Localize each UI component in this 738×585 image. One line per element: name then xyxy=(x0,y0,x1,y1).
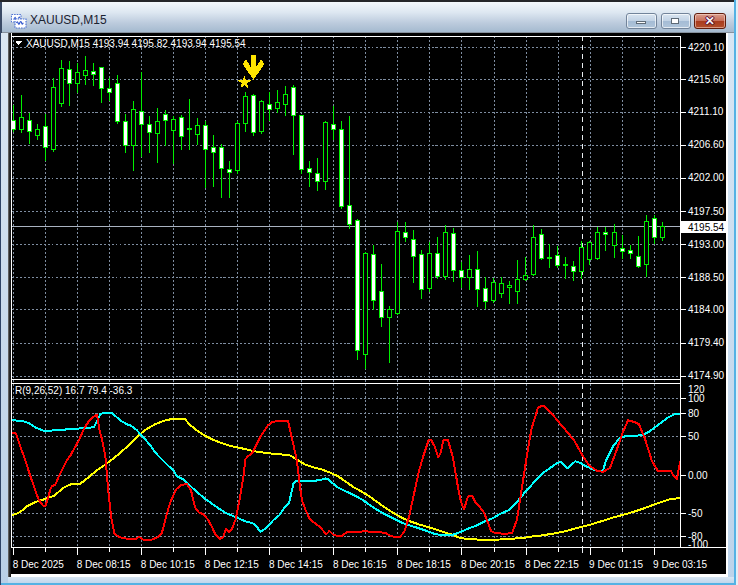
svg-text:4215.60: 4215.60 xyxy=(688,74,725,85)
svg-text:8 Dec 2025: 8 Dec 2025 xyxy=(13,559,65,570)
svg-text:100: 100 xyxy=(688,393,705,404)
svg-text:4179.40: 4179.40 xyxy=(688,337,725,348)
svg-text:0.00: 0.00 xyxy=(688,470,708,481)
svg-text:8 Dec 22:15: 8 Dec 22:15 xyxy=(525,559,579,570)
svg-text:4195.54: 4195.54 xyxy=(688,222,725,233)
svg-text:8 Dec 08:15: 8 Dec 08:15 xyxy=(77,559,131,570)
svg-text:8 Dec 14:15: 8 Dec 14:15 xyxy=(269,559,323,570)
svg-text:8 Dec 20:15: 8 Dec 20:15 xyxy=(461,559,515,570)
svg-text:9 Dec 01:15: 9 Dec 01:15 xyxy=(589,559,643,570)
svg-text:50: 50 xyxy=(688,431,700,442)
svg-text:8 Dec 16:15: 8 Dec 16:15 xyxy=(333,559,387,570)
svg-text:9 Dec 03:15: 9 Dec 03:15 xyxy=(653,559,707,570)
svg-text:8 Dec 10:15: 8 Dec 10:15 xyxy=(141,559,195,570)
svg-text:XAUUSD,M15 4193.94 4195.82 41: XAUUSD,M15 4193.94 4195.82 4193.94 4195.… xyxy=(26,38,246,49)
svg-text:4193.00: 4193.00 xyxy=(688,239,725,250)
svg-text:4184.00: 4184.00 xyxy=(688,304,725,315)
svg-text:4211.10: 4211.10 xyxy=(688,106,724,117)
svg-text:4220.10: 4220.10 xyxy=(688,42,725,53)
svg-text:-50: -50 xyxy=(688,508,703,519)
svg-text:-100: -100 xyxy=(688,539,708,550)
svg-text:4202.00: 4202.00 xyxy=(688,172,725,183)
svg-text:8 Dec 18:15: 8 Dec 18:15 xyxy=(397,559,451,570)
svg-text:4197.50: 4197.50 xyxy=(688,206,725,217)
svg-text:80: 80 xyxy=(688,408,700,419)
svg-text:8 Dec 12:15: 8 Dec 12:15 xyxy=(205,559,259,570)
svg-text:R(9,26,52) 16.7 79.4 -36.3: R(9,26,52) 16.7 79.4 -36.3 xyxy=(15,385,133,396)
svg-text:4174.90: 4174.90 xyxy=(688,370,725,381)
svg-text:4188.50: 4188.50 xyxy=(688,272,725,283)
svg-text:4206.60: 4206.60 xyxy=(688,139,725,150)
